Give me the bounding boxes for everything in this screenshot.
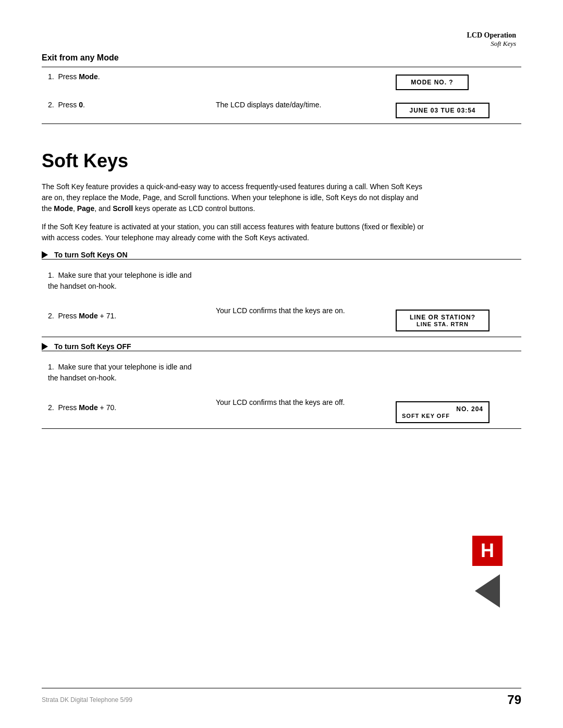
- triangle-icon-off: [42, 343, 48, 350]
- turn-off-step-2: 2. Press Mode + 70. Your LCD confirms th…: [42, 394, 521, 428]
- lcd-off-line2: SOFT KEY OFF: [402, 413, 483, 419]
- lcd-off-line1: NO. 204: [402, 405, 483, 413]
- turn-off-step-2-desc: Your LCD confirms that the keys are off.: [210, 394, 389, 428]
- h-icon: H: [472, 536, 503, 566]
- turn-on-step-1-col: 1. Make sure that your telephone is idle…: [42, 260, 210, 302]
- turn-off-step-1: 1. Make sure that your telephone is idle…: [42, 351, 521, 394]
- soft-keys-title: Soft Keys: [42, 150, 521, 172]
- turn-off-header: To turn Soft Keys OFF: [42, 342, 521, 351]
- turn-off-step-1-desc: [210, 351, 389, 394]
- exit-step-1: 1. Press Mode. MODE NO. ?: [42, 67, 521, 95]
- turn-on-step-2: 2. Press Mode + 71. Your LCD confirms th…: [42, 302, 521, 337]
- turn-on-section: To turn Soft Keys ON 1. Make sure that y…: [42, 251, 521, 337]
- turn-off-step-1-text: 1. Make sure that your telephone is idle…: [48, 356, 203, 389]
- soft-keys-para1: The Soft Key feature provides a quick-an…: [42, 181, 427, 214]
- page: LCD Operation Soft Keys Exit from any Mo…: [0, 0, 563, 728]
- turn-on-step-1-text: 1. Make sure that your telephone is idle…: [48, 265, 203, 297]
- exit-step-2-display: JUNE 03 TUE 03:54: [389, 95, 521, 124]
- turn-off-step-2-col: 2. Press Mode + 70.: [42, 394, 210, 428]
- turn-on-step-1: 1. Make sure that your telephone is idle…: [42, 260, 521, 302]
- exit-step-1-num: 1. Press: [48, 72, 79, 81]
- exit-step-2-desc: The LCD displays date/day/time.: [210, 95, 389, 124]
- side-icons: H: [472, 536, 503, 608]
- divider-exit-bottom: [42, 124, 521, 124]
- exit-step-1-instruction: 1. Press Mode.: [42, 67, 210, 95]
- para1-bold-page: Page: [77, 204, 94, 213]
- soft-keys-section: Soft Keys H The Soft Key feature provide…: [42, 150, 521, 429]
- triangle-icon-on: [42, 251, 48, 258]
- turn-off-section: To turn Soft Keys OFF 1. Make sure that …: [42, 342, 521, 429]
- lcd-display-mode: MODE NO. ?: [396, 75, 469, 90]
- exit-step-2-bold: 0: [79, 101, 83, 109]
- turn-off-table: 1. Make sure that your telephone is idle…: [42, 351, 521, 428]
- lcd-off-display: NO. 204 SOFT KEY OFF: [396, 401, 489, 423]
- turn-off-label: To turn Soft Keys OFF: [54, 342, 131, 351]
- turn-on-step-2-desc: Your LCD confirms that the keys are on.: [210, 302, 389, 337]
- footer-left: Strata DK Digital Telephone 5/99: [42, 696, 132, 704]
- lcd-text-date: JUNE 03 TUE 03:54: [409, 107, 475, 114]
- turn-off-step-2-display: NO. 204 SOFT KEY OFF: [389, 394, 521, 428]
- turn-on-step-2-col: 2. Press Mode + 71.: [42, 302, 210, 337]
- lcd-text-mode: MODE NO. ?: [411, 79, 453, 86]
- lcd-on-display: LINE OR STATION? LINE STA. RTRN: [396, 310, 489, 331]
- exit-title: Exit from any Mode: [42, 53, 521, 63]
- turn-on-label: To turn Soft Keys ON: [54, 251, 128, 259]
- turn-on-step-2-display: LINE OR STATION? LINE STA. RTRN: [389, 302, 521, 337]
- header-section: Soft Keys: [42, 40, 516, 48]
- back-arrow-icon: [475, 574, 500, 608]
- turn-on-mode-bold: Mode: [79, 312, 98, 320]
- exit-step-2-instruction: 2. Press 0.: [42, 95, 210, 124]
- turn-off-mode-bold: Mode: [79, 403, 98, 412]
- turn-on-step-2-text: 2. Press Mode + 71.: [48, 307, 203, 327]
- turn-on-step-1-desc: [210, 260, 389, 302]
- turn-on-header: To turn Soft Keys ON: [42, 251, 521, 259]
- para1-bold-scroll: Scroll: [113, 204, 133, 213]
- header: LCD Operation Soft Keys: [42, 31, 521, 48]
- turn-on-step-1-display: [389, 260, 521, 302]
- turn-on-table: 1. Make sure that your telephone is idle…: [42, 260, 521, 337]
- lcd-on-line1: LINE OR STATION?: [410, 314, 475, 321]
- footer: Strata DK Digital Telephone 5/99 79: [42, 688, 521, 707]
- exit-step-1-period: .: [98, 72, 100, 81]
- turn-off-step-2-text: 2. Press Mode + 70.: [48, 399, 203, 418]
- header-title: LCD Operation: [42, 31, 516, 40]
- lcd-on-line2: LINE STA. RTRN: [402, 321, 483, 327]
- exit-step-1-desc: [210, 67, 389, 95]
- divider-off-bottom: [42, 428, 521, 429]
- exit-table: 1. Press Mode. MODE NO. ? 2. Press 0. Th…: [42, 67, 521, 124]
- divider-on-bottom: [42, 337, 521, 337]
- footer-right: 79: [507, 693, 521, 707]
- exit-step-1-bold: Mode: [79, 72, 98, 81]
- soft-keys-para2: If the Soft Key feature is activated at …: [42, 221, 427, 243]
- exit-step-2: 2. Press 0. The LCD displays date/day/ti…: [42, 95, 521, 124]
- para1-bold-mode: Mode: [54, 204, 73, 213]
- exit-step-2-num: 2. Press: [48, 101, 79, 109]
- exit-step-1-display: MODE NO. ?: [389, 67, 521, 95]
- lcd-display-date: JUNE 03 TUE 03:54: [396, 103, 489, 118]
- turn-off-step-1-display: [389, 351, 521, 394]
- turn-off-step-1-col: 1. Make sure that your telephone is idle…: [42, 351, 210, 394]
- exit-section: Exit from any Mode 1. Press Mode. MODE N…: [42, 53, 521, 124]
- exit-step-2-period: .: [83, 101, 85, 109]
